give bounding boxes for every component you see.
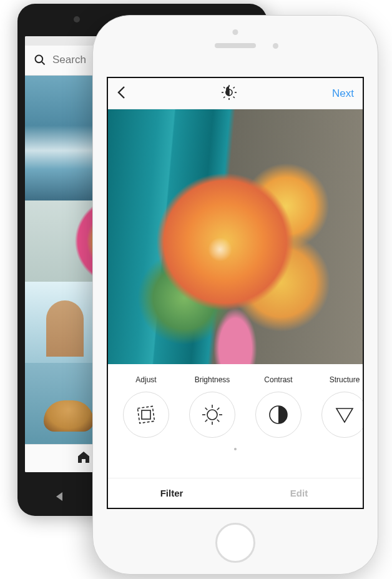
svg-line-25 bbox=[217, 420, 220, 422]
adjust-icon bbox=[135, 404, 157, 425]
tab-filter[interactable]: Filter bbox=[108, 478, 235, 508]
proximity-sensor bbox=[233, 29, 238, 35]
editor-bottom-tabs: Filter Edit bbox=[108, 478, 363, 508]
edit-tools-panel: Adjust Brightness bbox=[108, 364, 363, 508]
tool-label: Brightness bbox=[195, 375, 230, 384]
svg-rect-17 bbox=[137, 406, 154, 423]
tool-structure[interactable]: Structure bbox=[318, 375, 363, 438]
tool-label: Contrast bbox=[264, 375, 292, 384]
nav-home-icon[interactable] bbox=[76, 450, 91, 467]
back-button[interactable] bbox=[117, 86, 125, 102]
svg-line-26 bbox=[205, 420, 208, 422]
brightness-icon bbox=[200, 403, 224, 427]
tool-label: Structure bbox=[330, 375, 360, 384]
svg-line-16 bbox=[233, 87, 234, 88]
svg-line-14 bbox=[233, 96, 234, 97]
svg-marker-29 bbox=[336, 408, 353, 422]
svg-line-27 bbox=[217, 408, 220, 410]
svg-line-13 bbox=[223, 87, 225, 88]
svg-point-19 bbox=[207, 410, 217, 420]
home-button[interactable] bbox=[215, 523, 255, 563]
search-icon bbox=[34, 54, 46, 66]
tool-adjust[interactable]: Adjust bbox=[119, 375, 173, 438]
svg-line-1 bbox=[42, 62, 45, 65]
back-key-icon[interactable] bbox=[54, 491, 65, 502]
structure-icon bbox=[334, 404, 355, 425]
front-camera-dot bbox=[74, 16, 80, 22]
svg-point-0 bbox=[36, 56, 43, 63]
tool-contrast[interactable]: Contrast bbox=[252, 375, 305, 438]
svg-line-24 bbox=[205, 408, 208, 410]
earpiece-speaker bbox=[215, 43, 256, 48]
contrast-icon bbox=[268, 404, 289, 425]
svg-marker-5 bbox=[56, 492, 62, 501]
front-camera-dot bbox=[273, 43, 278, 49]
lux-icon[interactable] bbox=[221, 84, 237, 103]
edit-tools-row[interactable]: Adjust Brightness bbox=[108, 375, 363, 438]
tab-edit[interactable]: Edit bbox=[235, 478, 363, 508]
tool-brightness[interactable]: Brightness bbox=[185, 375, 239, 438]
tool-label: Adjust bbox=[135, 375, 156, 384]
svg-rect-18 bbox=[142, 410, 150, 419]
front-phone-screen: Next Adjust Brightness bbox=[107, 77, 364, 509]
svg-line-15 bbox=[223, 96, 225, 97]
device-frame-front: Next Adjust Brightness bbox=[92, 15, 378, 575]
photo-preview[interactable] bbox=[108, 109, 363, 364]
next-button[interactable]: Next bbox=[332, 87, 354, 100]
editor-header: Next bbox=[108, 78, 363, 109]
